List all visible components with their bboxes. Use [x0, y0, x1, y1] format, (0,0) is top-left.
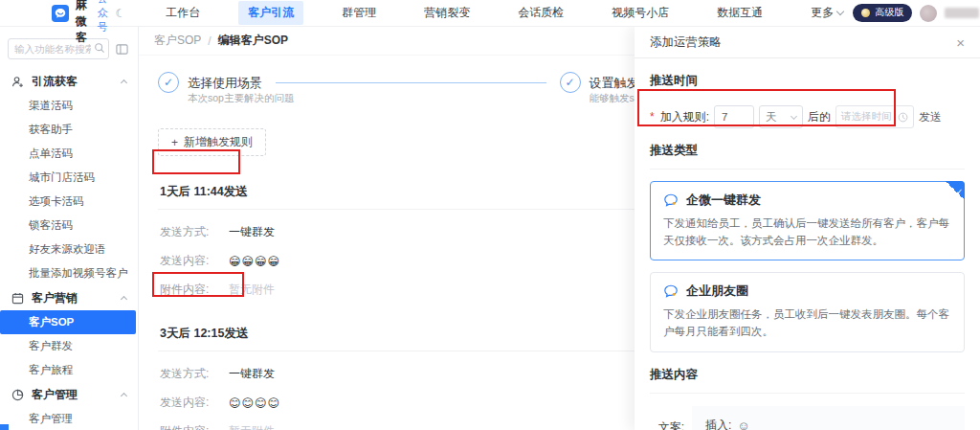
floating-widget[interactable]	[0, 424, 9, 430]
emoji-picker-icon[interactable]: ☺	[737, 419, 749, 430]
brand-tag[interactable]: 公众号	[98, 0, 108, 34]
push-type-section-title: 推送类型	[650, 143, 965, 159]
add-strategy-panel: 添加运营策略 × 推送时间 * 加入规则: 天 后的 请选择时间 发送 推送类型…	[635, 27, 980, 430]
tab-workbench[interactable]: 工作台	[156, 1, 210, 25]
selected-corner-check-icon: ✓	[946, 181, 965, 200]
sidebar-section-marketing[interactable]: 客户营销	[0, 285, 138, 310]
join-rule-label: 加入规则:	[660, 109, 709, 125]
sidebar-item-friend-source-welcome[interactable]: 好友来源欢迎语	[0, 238, 138, 261]
step1-title: 选择使用场景	[188, 76, 262, 90]
join-rule-row: * 加入规则: 天 后的 请选择时间 发送	[650, 105, 965, 128]
plus-icon: +	[171, 136, 178, 149]
sidebar-item-customer-mass-send[interactable]: 客户群发	[0, 334, 138, 358]
required-asterisk: *	[650, 110, 655, 124]
sidebar-item-tab-code[interactable]: 选项卡活码	[0, 190, 138, 214]
collapse-sidebar-icon[interactable]	[116, 43, 128, 56]
pie-circle-icon	[11, 389, 24, 401]
sidebar-item-city-store-code[interactable]: 城市门店活码	[0, 166, 138, 190]
sidebar-item-acquisition-assistant[interactable]: 获客助手	[0, 118, 138, 142]
plan-badge-icon	[861, 9, 870, 17]
unit-select[interactable]: 天	[759, 105, 803, 128]
tab-group-management[interactable]: 群管理	[332, 1, 386, 25]
chat-bubble-icon	[663, 283, 679, 299]
rule1-title[interactable]: 1天后 11:44发送	[160, 185, 248, 198]
search-box	[8, 38, 109, 59]
topbar-account-area: 高级版	[853, 4, 980, 22]
app-logo-icon	[52, 5, 69, 22]
step-connector	[276, 82, 546, 83]
add-trigger-rule-button[interactable]: + 新增触发规则	[158, 128, 266, 156]
after-label: 后的	[808, 109, 831, 125]
tab-video-shop[interactable]: 视频号小店	[602, 1, 679, 25]
divider	[650, 393, 965, 394]
brand-name: 芝麻微客	[76, 0, 88, 46]
clock-icon	[898, 112, 908, 123]
sidebar-item-batch-add-video-customers[interactable]: 批量添加视频号客户	[0, 261, 138, 285]
card-description: 下发企业朋友圈任务，员工收到后一键发表朋友圈。每个客户每月只能看到四次。	[663, 306, 951, 340]
card-description: 下发通知给员工，员工确认后一键发送给所有客户，客户每天仅接收一次。该方式会占用一…	[663, 215, 951, 249]
search-icon	[94, 42, 105, 54]
push-type-card-mass-send[interactable]: ✓ 企微一键群发 下发通知给员工，员工确认后一键发送给所有客户，客户每天仅接收一…	[650, 181, 965, 260]
sidebar-item-order-code[interactable]: 点单活码	[0, 142, 138, 166]
copywriting-block: 文案: 插入: ☺	[650, 406, 965, 430]
top-navbar: 芝麻微客 公众号 ☾ 工作台 客户引流 群管理 营销裂变 会话质检 视频号小店 …	[0, 0, 980, 27]
tab-data-connect[interactable]: 数据互通	[707, 1, 772, 25]
push-content-section-title: 推送内容	[650, 367, 965, 383]
sidebar-search-row	[0, 27, 138, 69]
username-redacted	[945, 8, 979, 18]
tab-marketing-fission[interactable]: 营销裂变	[414, 1, 479, 25]
emoji-content: 😁😁😁😁	[229, 255, 280, 268]
rule2-title[interactable]: 3天后 12:15发送	[160, 327, 248, 340]
sidebar-item-customer-journey[interactable]: 客户旅程	[0, 358, 138, 382]
panel-title: 添加运营策略	[650, 34, 722, 51]
emoji-content: 😊😊😊😊	[229, 396, 280, 410]
chat-bubble-icon	[663, 192, 679, 208]
breadcrumb-parent[interactable]: 客户SOP	[154, 33, 201, 49]
step2-check-icon: ✓	[560, 72, 581, 93]
sidebar-item-lock-customer-code[interactable]: 锁客活码	[0, 214, 138, 238]
plan-badge[interactable]: 高级版	[853, 4, 912, 22]
insert-label: 插入:	[705, 418, 731, 430]
step1-subtitle: 本次sop主要解决的问题	[188, 92, 294, 105]
chevron-up-icon	[121, 392, 127, 398]
sidebar: 引流获客 渠道活码 获客助手 点单活码 城市门店活码 选项卡活码 锁客活码 好友…	[0, 27, 139, 430]
sidebar-item-channel-code[interactable]: 渠道活码	[0, 94, 138, 118]
chevron-down-icon	[791, 112, 797, 119]
days-count-input[interactable]	[714, 105, 754, 128]
chevron-down-icon	[836, 8, 844, 15]
user-plus-icon	[11, 76, 24, 88]
breadcrumb-current: 编辑客户SOP	[218, 33, 288, 49]
moon-icon[interactable]: ☾	[116, 7, 126, 20]
main-nav: 工作台 客户引流 群管理 营销裂变 会话质检 视频号小店 数据互通 更多	[156, 1, 853, 25]
calendar-icon	[11, 292, 24, 305]
step1-check-icon: ✓	[158, 72, 179, 93]
time-picker-input[interactable]: 请选择时间	[835, 105, 914, 128]
divider	[650, 169, 965, 170]
sidebar-section-acquisition[interactable]: 引流获客	[0, 69, 138, 94]
push-type-card-moments[interactable]: 企业朋友圈 下发企业朋友圈任务，员工收到后一键发表朋友圈。每个客户每月只能看到四…	[650, 272, 965, 351]
sidebar-item-customer-management[interactable]: 客户管理	[0, 407, 138, 430]
chevron-up-icon	[121, 79, 127, 85]
tab-chat-inspection[interactable]: 会话质检	[508, 1, 573, 25]
push-time-section-title: 推送时间	[650, 73, 965, 89]
sidebar-section-customer-management[interactable]: 客户管理	[0, 382, 138, 407]
copywriting-label: 文案:	[650, 406, 692, 430]
tab-more[interactable]: 更多	[801, 1, 853, 25]
avatar[interactable]	[920, 5, 937, 22]
sidebar-item-customer-sop[interactable]: 客户SOP	[0, 310, 136, 334]
chevron-up-icon	[121, 295, 127, 302]
breadcrumb-separator: /	[208, 34, 211, 48]
send-label: 发送	[919, 109, 942, 125]
close-icon[interactable]: ×	[956, 35, 965, 50]
tab-customer-acquisition[interactable]: 客户引流	[238, 1, 303, 25]
